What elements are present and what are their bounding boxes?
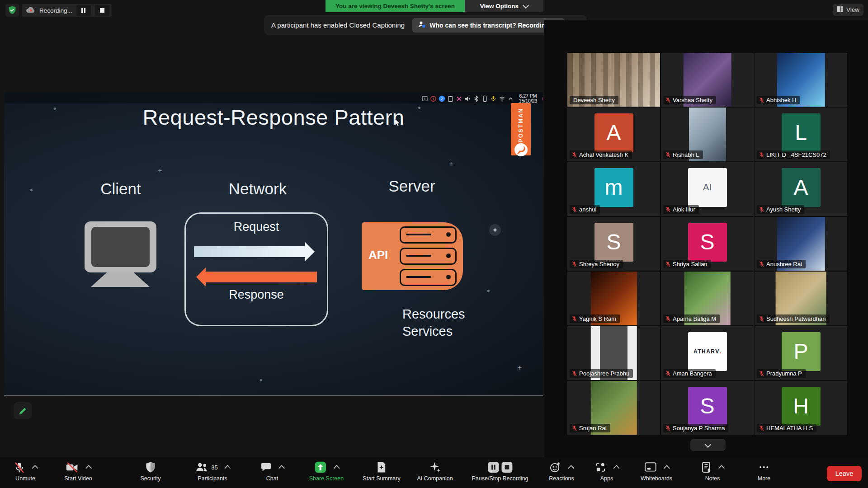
client-label: Client bbox=[89, 180, 152, 198]
participant-name-label: Shreya Shenoy bbox=[570, 260, 623, 268]
participant-name-label: Ayush Shetty bbox=[757, 205, 804, 214]
chevron-up-icon[interactable] bbox=[85, 465, 92, 471]
reactions-icon bbox=[550, 461, 561, 473]
chevron-up-icon[interactable] bbox=[32, 465, 38, 471]
services-line: Services bbox=[402, 323, 465, 340]
api-label: API bbox=[368, 248, 388, 262]
participant-tile[interactable]: AAchal Venkatesh K bbox=[567, 108, 660, 161]
postman-logo-icon bbox=[514, 143, 528, 159]
participant-tile[interactable]: SShriya Salian bbox=[661, 217, 754, 271]
participant-tile[interactable]: manshul bbox=[567, 162, 660, 216]
toolbar-reactions-button[interactable]: Reactions bbox=[549, 460, 574, 482]
participant-avatar: S bbox=[688, 387, 727, 426]
participant-name: LIKIT D _4SF21CS072 bbox=[766, 151, 826, 158]
participant-tile[interactable]: ATHARV.Aman Bangera bbox=[661, 326, 754, 380]
participant-tile[interactable]: SShreya Shenoy bbox=[567, 217, 660, 271]
chevron-up-icon[interactable] bbox=[278, 465, 285, 471]
pause-recording-button[interactable] bbox=[76, 5, 91, 16]
toolbar-unmute-button[interactable]: Unmute bbox=[14, 460, 38, 482]
annotation-pencil-button[interactable] bbox=[14, 402, 32, 419]
participant-name-label: Srujan Rai bbox=[570, 424, 610, 432]
participant-name-label: Anushree Rai bbox=[757, 260, 806, 268]
meeting-security-shield-icon[interactable] bbox=[5, 4, 19, 17]
toolbar-ai-companion-button[interactable]: AI Companion bbox=[417, 460, 453, 482]
participant-tile[interactable]: Rishabh L bbox=[661, 108, 754, 161]
toolbar-apps-button[interactable]: Apps bbox=[595, 460, 619, 482]
participant-name: HEMALATHA H S bbox=[766, 425, 813, 432]
muted-mic-icon bbox=[571, 152, 577, 158]
pause-stop-icon bbox=[487, 461, 513, 473]
server-label: Server bbox=[380, 177, 443, 195]
toolbar-start-video-button[interactable]: Start Video bbox=[64, 460, 92, 482]
chevron-up-icon[interactable] bbox=[613, 465, 619, 471]
participant-tile[interactable]: Varshaa Shetty bbox=[661, 53, 754, 107]
participant-name: Srujan Rai bbox=[579, 425, 607, 432]
participant-tile[interactable]: Poojashree Prabhu bbox=[567, 326, 660, 380]
bottom-toolbar: Leave UnmuteStart VideoSecurity35Partici… bbox=[0, 457, 868, 488]
participant-tile[interactable]: Deveesh Shetty bbox=[567, 53, 660, 107]
toolbar-pause-stop-recording-button[interactable]: Pause/Stop Recording bbox=[472, 460, 528, 482]
toast-message: A participant has enabled Closed Caption… bbox=[271, 21, 405, 29]
participant-tile[interactable]: HHEMALATHA H S bbox=[755, 381, 847, 435]
muted-mic-icon bbox=[759, 425, 764, 431]
toolbar-participants-button[interactable]: 35Participants bbox=[195, 460, 230, 482]
participant-name: Aparna Baliga M bbox=[673, 315, 716, 322]
participant-tile[interactable]: LLIKIT D _4SF21CS072 bbox=[755, 108, 847, 161]
participant-name-label: Abhishek H bbox=[757, 96, 800, 104]
participant-tile[interactable]: Abhishek H bbox=[755, 53, 847, 107]
participant-tile[interactable]: AIAlok Illur bbox=[661, 162, 754, 216]
logo-text: AI bbox=[703, 182, 712, 192]
sparkle-decoration bbox=[487, 290, 490, 292]
participant-tile[interactable]: Yagnik S Ram bbox=[567, 272, 660, 325]
participant-tile[interactable]: Srujan Rai bbox=[567, 381, 660, 435]
avatar-letter: S bbox=[700, 230, 714, 254]
view-options-label: View Options bbox=[480, 3, 519, 9]
toolbar-start-summary-button[interactable]: Start Summary bbox=[363, 460, 400, 482]
toolbar-chat-button[interactable]: Chat bbox=[260, 460, 284, 482]
leave-button[interactable]: Leave bbox=[827, 466, 862, 481]
participant-tile[interactable]: AAyush Shetty bbox=[755, 162, 847, 216]
toolbar-more-button[interactable]: More bbox=[758, 460, 770, 482]
participant-tile[interactable]: Aparna Baliga M bbox=[661, 272, 754, 325]
toolbar-security-button[interactable]: Security bbox=[140, 460, 160, 482]
chevron-up-icon[interactable] bbox=[663, 465, 670, 471]
muted-mic-icon bbox=[759, 261, 764, 267]
participant-avatar: A bbox=[594, 113, 633, 152]
system-tray: !!Z 6:27 PM 15/10/23 bbox=[421, 94, 543, 103]
view-options-button[interactable]: View Options bbox=[465, 0, 543, 12]
logo-dot: . bbox=[720, 348, 721, 355]
transcript-button-label: Who can see this transcript? Recording o… bbox=[429, 22, 558, 29]
participant-name: Deveesh Shetty bbox=[573, 97, 615, 103]
transcript-visibility-button[interactable]: Who can see this transcript? Recording o… bbox=[412, 18, 564, 33]
participant-tile[interactable]: Sudheesh Patwardhan bbox=[755, 272, 847, 325]
participant-name: Rishabh L bbox=[673, 151, 699, 158]
stop-recording-button[interactable] bbox=[95, 5, 109, 16]
chevron-up-icon[interactable] bbox=[718, 465, 725, 471]
chevron-up-icon[interactable] bbox=[568, 465, 574, 471]
toolbar-notes-button[interactable]: Notes bbox=[701, 460, 724, 482]
sparkle-decoration bbox=[418, 107, 420, 109]
gallery-next-page-button[interactable] bbox=[690, 439, 726, 451]
chevron-down-icon bbox=[705, 441, 711, 447]
sparkle-decoration bbox=[489, 224, 501, 236]
toolbar-whiteboards-button[interactable]: Whiteboards bbox=[641, 460, 672, 482]
participant-tile[interactable]: SSoujanya P Sharma bbox=[661, 381, 754, 435]
participant-name: Abhishek H bbox=[766, 97, 796, 103]
participant-name: Shriya Salian bbox=[673, 261, 708, 267]
muted-mic-icon bbox=[665, 425, 671, 431]
toolbar-label: Chat bbox=[266, 475, 278, 482]
chevron-up-icon[interactable] bbox=[333, 465, 340, 471]
chevron-up-icon[interactable] bbox=[225, 465, 231, 471]
participant-tile[interactable]: PPradyumna P bbox=[755, 326, 847, 380]
toolbar-share-screen-button[interactable]: Share Screen bbox=[309, 460, 344, 482]
participant-avatar: S bbox=[594, 223, 633, 262]
view-layout-button[interactable]: View bbox=[833, 4, 863, 16]
bluetooth-icon bbox=[472, 95, 480, 102]
logo-text: ATHARV bbox=[693, 348, 720, 355]
avatar-letter: S bbox=[700, 394, 714, 418]
muted-mic-icon bbox=[759, 97, 764, 103]
participant-tile[interactable]: Anushree Rai bbox=[755, 217, 847, 271]
toolbar-label: Whiteboards bbox=[641, 475, 672, 482]
avatar-letter: P bbox=[793, 339, 808, 364]
whiteboard-icon bbox=[644, 461, 657, 473]
